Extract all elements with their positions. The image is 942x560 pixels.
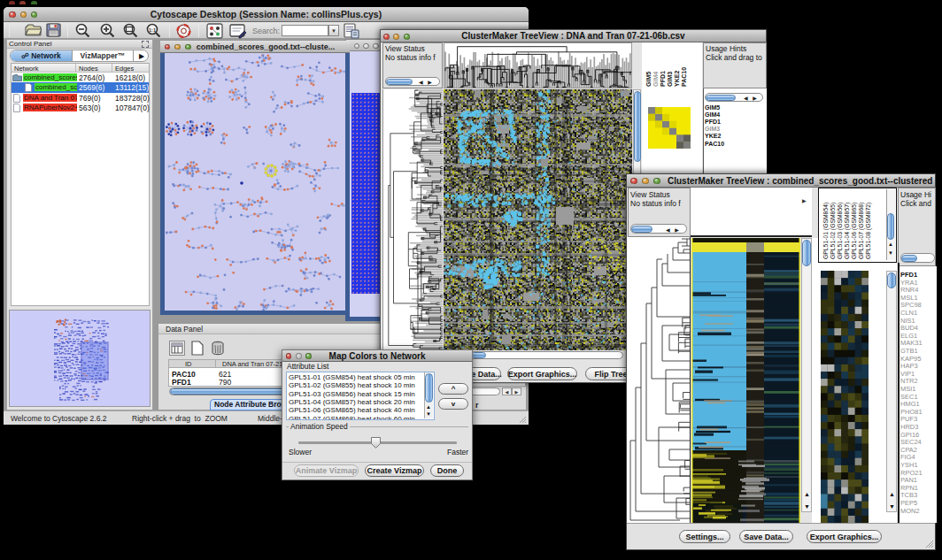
svg-text:1:1: 1:1 [149,27,156,33]
